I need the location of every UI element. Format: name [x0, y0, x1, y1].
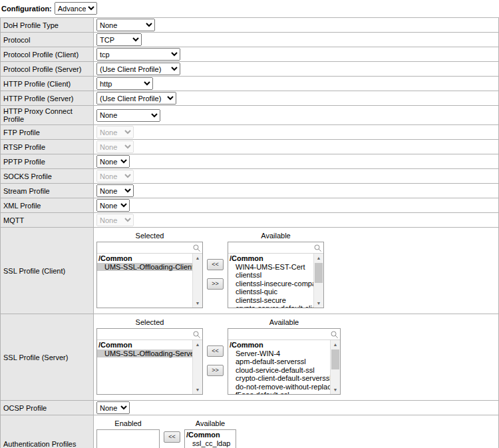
scroll-down-icon[interactable]: ▼ — [193, 385, 202, 394]
configuration-table: DoH Profile Type None Protocol TCP Proto… — [0, 17, 499, 448]
scroll-down-icon[interactable]: ▼ — [314, 299, 323, 308]
list-item[interactable]: cloud-service-default-ssl — [228, 366, 330, 375]
list-item[interactable]: do-not-remove-without-replacement — [228, 383, 330, 391]
list-item[interactable]: f5aas-default-ssl — [228, 391, 330, 394]
row-pptp-profile: PPTP Profile None — [1, 154, 498, 169]
ssl-server-selected-listbox: /Common UMS-SSL-Offloading-Server-Profil… — [96, 328, 203, 395]
stream-profile-select[interactable]: None — [96, 184, 134, 197]
scroll-track[interactable] — [331, 349, 340, 385]
row-protocol-profile-server: Protocol Profile (Server) (Use Client Pr… — [1, 62, 498, 77]
protocol-profile-server-select[interactable]: (Use Client Profile) — [96, 63, 180, 75]
ssl-profile-server-label: SSL Profile (Server) — [1, 314, 94, 400]
configuration-select[interactable]: Advanced — [55, 2, 97, 15]
scroll-up-icon[interactable]: ▲ — [314, 254, 323, 262]
list-item[interactable]: crypto-server-default-clientssl — [228, 304, 313, 308]
mqtt-label: MQTT — [1, 213, 94, 227]
ssl-client-available-header: Available — [228, 230, 324, 242]
ssl-client-available-search-input[interactable] — [230, 243, 313, 252]
configuration-label: Configuration: — [1, 5, 52, 13]
protocol-select[interactable]: TCP — [96, 33, 142, 46]
ssl-server-available-list: /Common Server-WIN-4 apm-default-servers… — [228, 340, 330, 394]
ssl-client-available-listbox: /Common WIN4-UMS-EST-Cert clientssl clie… — [228, 242, 324, 308]
http-profile-client-select[interactable]: http — [96, 77, 153, 90]
row-socks-profile: SOCKS Profile None — [1, 169, 498, 184]
row-rtsp-profile: RTSP Profile None — [1, 140, 498, 154]
row-doh-profile-type: DoH Profile Type None — [1, 18, 498, 33]
auth-available-listbox: /Common ssl_cc_ldap ssl_crldp ssl_ocsp — [184, 429, 236, 448]
scrollbar[interactable]: ▲ ▼ — [330, 340, 340, 394]
pptp-profile-select[interactable]: None — [96, 155, 130, 168]
scrollbar[interactable]: ▲ ▼ — [192, 340, 202, 394]
scrollbar[interactable]: ▲ ▼ — [192, 254, 202, 308]
ssl-server-available-header: Available — [228, 317, 341, 328]
rtsp-profile-label: RTSP Profile — [1, 140, 94, 154]
row-authentication-profiles: Authentication Profiles Enabled << >> Av… — [1, 415, 498, 448]
list-item[interactable]: crypto-client-default-serverssl — [228, 374, 330, 383]
move-to-available-button[interactable]: >> — [207, 278, 224, 290]
configuration-bar: Configuration: Advanced — [0, 0, 499, 17]
ssl-server-selected-header: Selected — [96, 317, 203, 328]
list-item[interactable]: ssl_cc_ldap — [185, 439, 236, 448]
row-ftp-profile: FTP Profile None — [1, 125, 498, 140]
doh-profile-type-select[interactable]: None — [96, 19, 155, 31]
ssl-client-move-buttons: << >> — [207, 259, 224, 290]
move-to-available-button[interactable]: >> — [207, 365, 224, 376]
http-profile-client-label: HTTP Profile (Client) — [1, 77, 94, 91]
scroll-down-icon[interactable]: ▼ — [193, 299, 202, 308]
ssl-client-selected-listbox: /Common UMS-SSL-Offloading-Client-Profil… — [96, 242, 203, 308]
scroll-up-icon[interactable]: ▲ — [331, 340, 340, 349]
ssl-client-selected-search-row — [97, 242, 202, 254]
ssl-client-selected-list: /Common UMS-SSL-Offloading-Client-Profil… — [97, 254, 192, 308]
ssl-server-move-buttons: << >> — [207, 345, 224, 376]
http-profile-server-label: HTTP Profile (Server) — [1, 91, 94, 105]
ssl-client-selected-search-input[interactable] — [98, 243, 192, 252]
scroll-track[interactable] — [193, 262, 202, 299]
ssl-server-available-search-input[interactable] — [230, 330, 330, 339]
row-protocol-profile-client: Protocol Profile (Client) tcp — [1, 47, 498, 62]
row-ssl-profile-client: SSL Profile (Client) Selected — [1, 228, 498, 314]
protocol-profile-client-select[interactable]: tcp — [96, 48, 180, 61]
row-http-proxy-connect-profile: HTTP Proxy Connect Profile None — [1, 106, 498, 125]
partition-group-label: /Common — [228, 341, 330, 349]
scroll-up-icon[interactable]: ▲ — [193, 254, 202, 262]
row-ocsp-profile: OCSP Profile None — [1, 401, 498, 415]
list-item[interactable]: clientssl-insecure-compatible — [228, 280, 313, 288]
ssl-client-available-search-row — [228, 242, 323, 254]
auth-enabled-listbox[interactable] — [96, 429, 160, 448]
move-to-selected-button[interactable]: << — [207, 259, 224, 270]
partition-group-label: /Common — [97, 254, 192, 263]
scroll-up-icon[interactable]: ▲ — [193, 340, 202, 349]
row-xml-profile: XML Profile None — [1, 198, 498, 213]
list-item[interactable]: UMS-SSL-Offloading-Client-Profile — [97, 263, 192, 272]
row-mqtt: MQTT None — [1, 213, 498, 228]
list-item[interactable]: Server-WIN-4 — [228, 349, 330, 358]
move-to-selected-button[interactable]: << — [207, 345, 224, 357]
ssl-server-selected-search-input[interactable] — [98, 330, 192, 339]
search-icon — [313, 244, 322, 252]
scrollbar[interactable]: ▲ ▼ — [313, 254, 323, 308]
list-item[interactable]: WIN4-UMS-EST-Cert — [228, 263, 313, 272]
ocsp-profile-select[interactable]: None — [96, 401, 130, 414]
list-item[interactable]: clientssl — [228, 271, 313, 280]
scroll-track[interactable] — [193, 349, 202, 385]
list-item[interactable]: UMS-SSL-Offloading-Server-Profile — [97, 349, 192, 358]
move-to-enabled-button[interactable]: << — [164, 431, 180, 443]
list-item[interactable]: apm-default-serverssl — [228, 357, 330, 366]
row-http-profile-server: HTTP Profile (Server) (Use Client Profil… — [1, 91, 498, 106]
scroll-thumb[interactable] — [315, 263, 323, 283]
auth-enabled-header: Enabled — [96, 418, 160, 429]
list-item[interactable]: clientssl-secure — [228, 296, 313, 305]
ftp-profile-label: FTP Profile — [1, 125, 94, 139]
scroll-thumb[interactable] — [331, 349, 339, 369]
ssl-server-selected-list: /Common UMS-SSL-Offloading-Server-Profil… — [97, 340, 192, 394]
http-profile-server-select[interactable]: (Use Client Profile) — [96, 92, 176, 105]
list-item[interactable]: clientssl-quic — [228, 288, 313, 296]
partition-group-label: /Common — [97, 341, 192, 349]
xml-profile-select[interactable]: None — [96, 199, 130, 212]
ssl-profile-client-label: SSL Profile (Client) — [1, 228, 94, 314]
scroll-track[interactable] — [314, 262, 323, 299]
search-icon — [192, 244, 201, 252]
scroll-down-icon[interactable]: ▼ — [331, 385, 340, 394]
http-proxy-connect-profile-select[interactable]: None — [96, 109, 160, 122]
authentication-profiles-label: Authentication Profiles — [1, 415, 94, 448]
